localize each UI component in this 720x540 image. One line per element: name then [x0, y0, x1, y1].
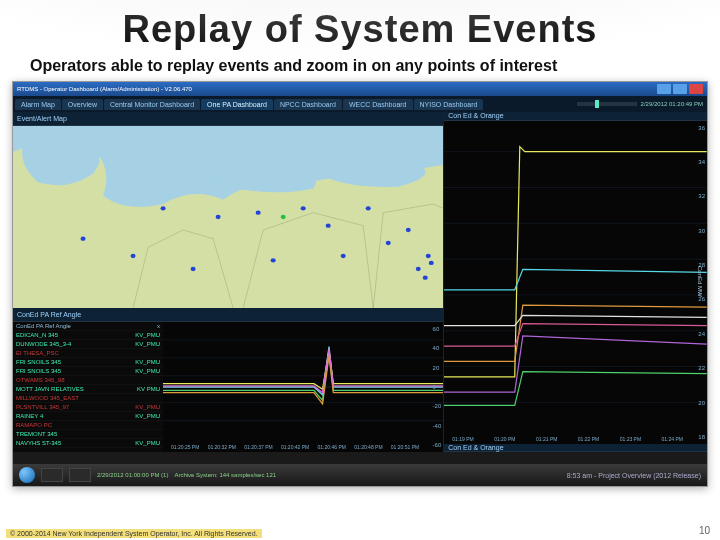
- slide-copyright: © 2000-2014 New York Independent System …: [6, 529, 262, 538]
- table-row[interactable]: FRI SNOILS 345KV_PMU: [13, 358, 163, 367]
- taskbar-clock: 8:53 am - Project Overview (2012 Release…: [567, 472, 701, 479]
- table-row[interactable]: OTWAMS 345_98: [13, 376, 163, 385]
- table-row[interactable]: FRI SNOILS 345KV_PMU: [13, 367, 163, 376]
- svg-point-3: [161, 206, 166, 210]
- taskbar-app-2[interactable]: [69, 468, 91, 482]
- os-taskbar[interactable]: 2/29/2012 01:00:00 PM (1) Archive System…: [13, 464, 707, 486]
- svg-point-8: [301, 206, 306, 210]
- svg-point-1: [81, 237, 86, 241]
- right-chart-footer: Con Ed & Orange: [444, 444, 707, 452]
- tab-wecc[interactable]: WECC Dashboard: [343, 99, 413, 110]
- window-maximize-button[interactable]: [673, 84, 687, 94]
- svg-point-13: [406, 228, 411, 232]
- svg-point-12: [386, 241, 391, 245]
- table-row[interactable]: TREMONT 345: [13, 430, 163, 439]
- svg-point-15: [426, 254, 431, 258]
- map-panel-header: Event/Alert Map: [13, 112, 443, 126]
- replay-slider[interactable]: 2/29/2012 01:20:49 PM: [573, 101, 707, 107]
- right-chart-header: Con Ed & Orange: [444, 112, 707, 121]
- window-titlebar[interactable]: RTDMS - Operator Dashboard (Alarm/Admini…: [13, 82, 707, 96]
- svg-point-10: [341, 254, 346, 258]
- right-chart-ylabel: ConEd MW: [697, 266, 703, 297]
- table-row[interactable]: RAMAPO PC: [13, 421, 163, 430]
- svg-point-4: [191, 267, 196, 271]
- table-row[interactable]: DUNWODE 345_3-4KV_PMU: [13, 340, 163, 349]
- tab-npcc[interactable]: NPCC Dashboard: [274, 99, 342, 110]
- map-point-highlight[interactable]: [281, 215, 286, 219]
- svg-point-14: [416, 267, 421, 271]
- svg-point-5: [216, 215, 221, 219]
- taskbar-app-1[interactable]: [41, 468, 63, 482]
- svg-point-2: [131, 254, 136, 258]
- angle-panel-header: ConEd PA Ref Angle: [13, 308, 443, 322]
- tab-nyiso[interactable]: NYISO Dashboard: [414, 99, 484, 110]
- table-row[interactable]: EDICAN_N 345KV_PMU: [13, 331, 163, 340]
- svg-point-7: [271, 258, 276, 262]
- svg-point-17: [423, 276, 428, 280]
- pmu-table[interactable]: ConEd PA Ref Anglex EDICAN_N 345KV_PMUDU…: [13, 322, 163, 452]
- taskbar-status: Archive System: 144 samples/sec 121: [174, 472, 276, 478]
- window-minimize-button[interactable]: [657, 84, 671, 94]
- angle-chart[interactable]: 6040200-20-40-60 01:20:25 PM01:20:32 PM0…: [163, 322, 443, 452]
- geo-map[interactable]: [13, 126, 443, 308]
- app-window: RTDMS - Operator Dashboard (Alarm/Admini…: [12, 81, 708, 487]
- right-chart[interactable]: 36343230282624222018 01:19 PM01:20 PM01:…: [444, 121, 707, 444]
- svg-point-6: [256, 211, 261, 215]
- table-row[interactable]: NAVYHS ST-345KV_PMU: [13, 439, 163, 448]
- tab-bar: Alarm Map Overview Central Monitor Dashb…: [13, 96, 707, 112]
- start-button[interactable]: [19, 467, 35, 483]
- tab-one-pa[interactable]: One PA Dashboard: [201, 99, 273, 110]
- window-title: RTDMS - Operator Dashboard (Alarm/Admini…: [17, 86, 192, 92]
- svg-point-11: [366, 206, 371, 210]
- taskbar-timestamp: 2/29/2012 01:00:00 PM (1): [97, 472, 168, 478]
- table-row[interactable]: MILLWOOD 345_EAST: [13, 394, 163, 403]
- table-row[interactable]: RAINEY 4KV_PMU: [13, 412, 163, 421]
- tab-central-monitor[interactable]: Central Monitor Dashboard: [104, 99, 200, 110]
- tab-overview[interactable]: Overview: [62, 99, 103, 110]
- page-number: 10: [699, 525, 710, 536]
- svg-point-9: [326, 224, 331, 228]
- window-close-button[interactable]: [689, 84, 703, 94]
- table-row[interactable]: PLSNTVILL 345_97KV_PMU: [13, 403, 163, 412]
- tab-alarm-map[interactable]: Alarm Map: [15, 99, 61, 110]
- slider-timestamp: 2/29/2012 01:20:49 PM: [641, 101, 703, 107]
- slider-thumb[interactable]: [595, 100, 599, 108]
- table-row[interactable]: MOTT JAVN RELATIVESKV PMU: [13, 385, 163, 394]
- table-row[interactable]: EI THESA_PSC: [13, 349, 163, 358]
- svg-point-16: [429, 261, 434, 265]
